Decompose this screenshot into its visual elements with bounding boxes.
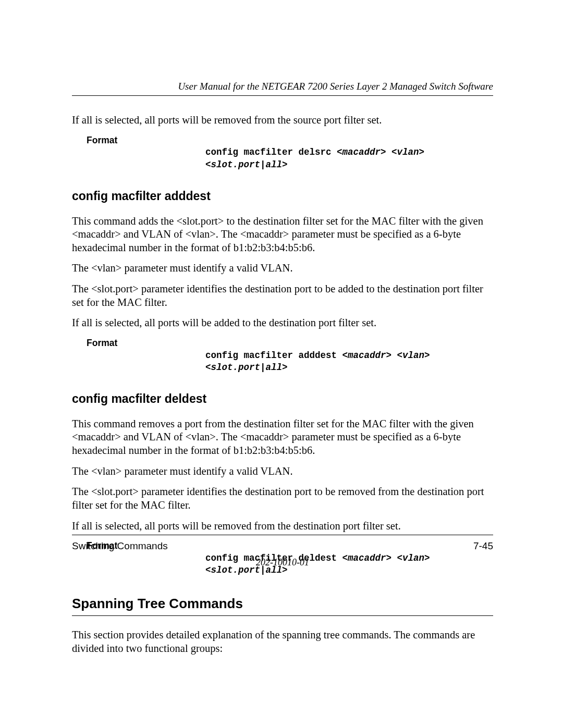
paragraph: The <vlan> parameter must identify a val… <box>72 262 493 275</box>
cmd-text: config macfilter delsrc <box>205 147 337 157</box>
page-footer: Switching Commands 7-45 202-10010-01 <box>72 535 493 568</box>
footer-page-number: 7-45 <box>473 540 493 552</box>
format-label: Format <box>87 337 205 374</box>
footer-rule <box>72 535 493 535</box>
cmd-sep <box>391 350 397 361</box>
page: User Manual for the NETGEAR 7200 Series … <box>0 0 563 728</box>
format-block-adddest: Format config macfilter adddest <macaddr… <box>87 337 493 374</box>
format-command: config macfilter adddest <macaddr> <vlan… <box>205 337 430 374</box>
paragraph: The <vlan> parameter must identify a val… <box>72 465 493 478</box>
cmd-arg: <vlan> <box>391 147 424 157</box>
section-heading-deldest: config macfilter deldest <box>72 392 493 406</box>
section-heading-spanning-tree: Spanning Tree Commands <box>72 596 493 616</box>
footer-section-name: Switching Commands <box>72 540 168 552</box>
format-command: config macfilter delsrc <macaddr> <vlan>… <box>205 134 424 171</box>
paragraph: This command adds the <slot.port> to the… <box>72 215 493 255</box>
paragraph: If all is selected, all ports will be ad… <box>72 316 493 330</box>
paragraph: This command removes a port from the des… <box>72 417 493 458</box>
format-label: Format <box>87 134 205 171</box>
footer-doc-code: 202-10010-01 <box>72 557 493 568</box>
paragraph: The <slot.port> parameter identifies the… <box>72 485 493 512</box>
cmd-text: config macfilter adddest <box>205 350 342 361</box>
cmd-sep <box>386 147 392 157</box>
cmd-arg: <slot.port|all> <box>205 159 288 170</box>
cmd-arg: <vlan> <box>397 350 430 361</box>
running-header: User Manual for the NETGEAR 7200 Series … <box>72 81 493 96</box>
paragraph: The <slot.port> parameter identifies the… <box>72 282 493 309</box>
paragraph: This section provides detailed explanati… <box>72 628 493 655</box>
paragraph: If all is selected, all ports will be re… <box>72 520 493 533</box>
paragraph: If all is selected, all ports will be re… <box>72 114 493 127</box>
format-block-delsrc: Format config macfilter delsrc <macaddr>… <box>87 134 493 171</box>
cmd-arg: <slot.port|all> <box>205 362 288 373</box>
section-heading-adddest: config macfilter adddest <box>72 189 493 203</box>
cmd-arg: <macaddr> <box>337 147 386 157</box>
cmd-arg: <macaddr> <box>342 350 392 361</box>
